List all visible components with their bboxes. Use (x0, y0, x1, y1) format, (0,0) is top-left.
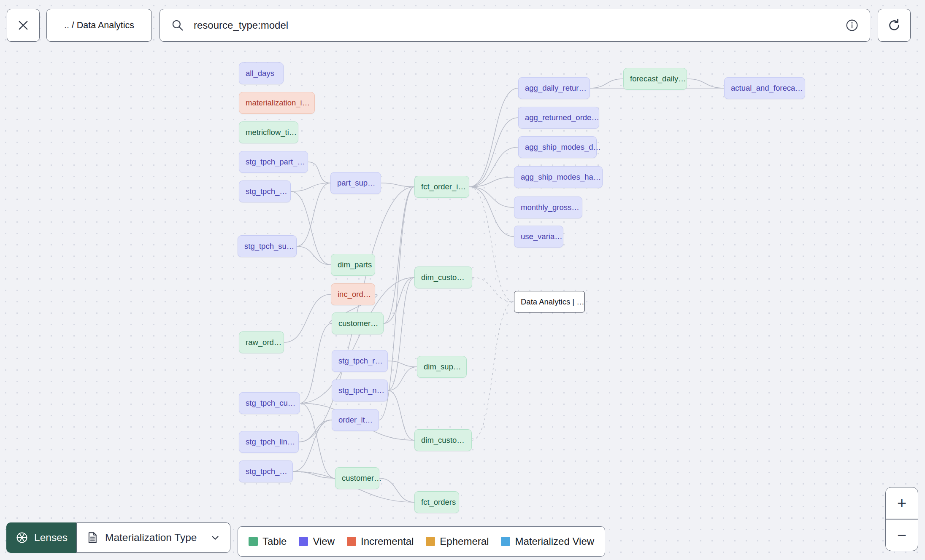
graph-node-agg_ship_modes_ha[interactable]: agg_ship_modes_ha… (514, 166, 603, 188)
breadcrumb[interactable]: .. / Data Analytics (46, 9, 152, 42)
node-label: part_sup… (337, 178, 376, 188)
node-label: agg_daily_retur… (525, 83, 587, 93)
node-label: dim_custo… (421, 436, 465, 445)
node-label: use_varia… (521, 232, 563, 241)
graph-node-all_days[interactable]: all_days (239, 62, 284, 84)
graph-node-agg_ship_modes_d[interactable]: agg_ship_modes_d… (518, 136, 597, 158)
node-label: customer… (338, 319, 379, 328)
legend-label: Ephemeral (440, 536, 489, 547)
node-label: stg_tpch_cu… (246, 398, 295, 408)
graph-node-metricflow_ti[interactable]: metricflow_ti… (239, 121, 298, 143)
node-label: forecast_daily… (630, 74, 686, 83)
graph-node-stg_tpch_r[interactable]: stg_tpch_r… (332, 350, 388, 372)
refresh-button[interactable] (878, 9, 911, 42)
node-label: fct_order_i… (421, 182, 466, 191)
graph-node-dim_custo_top[interactable]: dim_custo… (414, 267, 472, 288)
graph-node-customer_top[interactable]: customer… (332, 312, 384, 334)
graph-node-stg_tpch_cu[interactable]: stg_tpch_cu… (239, 392, 300, 414)
breadcrumb-label: .. / Data Analytics (64, 20, 134, 31)
legend-item-table: Table (249, 536, 287, 547)
aperture-icon (15, 531, 29, 544)
legend-label: View (313, 536, 335, 547)
node-label: agg_ship_modes_ha… (521, 172, 601, 182)
graph-node-dim_sup[interactable]: dim_sup… (417, 356, 467, 378)
graph-node-order_it[interactable]: order_it… (332, 409, 379, 431)
graph-node-stg_tpch_lin[interactable]: stg_tpch_lin… (239, 431, 299, 453)
legend-item-materialized-view: Materialized View (501, 536, 594, 547)
lenses-control: Lenses Materialization Type (6, 522, 230, 553)
graph-node-stg_tpch_ord[interactable]: stg_tpch_… (239, 460, 293, 482)
graph-node-agg_daily_retur[interactable]: agg_daily_retur… (518, 77, 590, 99)
node-label: dim_sup… (424, 362, 461, 372)
chevron-down-icon (210, 532, 221, 543)
graph-node-stg_tpch_parts[interactable]: stg_tpch_… (239, 180, 291, 202)
graph-node-fct_orders[interactable]: fct_orders (414, 491, 459, 513)
graph-node-exposure[interactable]: Data Analytics | … (514, 291, 585, 312)
node-label: order_it… (338, 415, 373, 425)
legend-item-incremental: Incremental (347, 536, 414, 547)
graph-node-inc_ord[interactable]: inc_ord… (331, 283, 375, 305)
graph-node-part_sup[interactable]: part_sup… (330, 172, 381, 194)
graph-nodes-layer: all_daysmaterialization_i…metricflow_ti…… (0, 0, 925, 560)
node-label: dim_parts (338, 260, 372, 269)
node-label: stg_tpch_su… (244, 242, 294, 251)
node-label: dim_custo… (421, 273, 465, 282)
legend-swatch (347, 537, 356, 546)
node-label: inc_ord… (338, 290, 371, 299)
graph-node-materialization_i[interactable]: materialization_i… (239, 92, 315, 114)
graph-node-stg_tpch_part[interactable]: stg_tpch_part_… (239, 151, 308, 173)
legend-swatch (249, 537, 258, 546)
legend-item-view: View (299, 536, 335, 547)
graph-node-use_varia[interactable]: use_varia… (514, 226, 563, 248)
legend-item-ephemeral: Ephemeral (426, 536, 489, 547)
graph-node-monthly_gross[interactable]: monthly_gross… (514, 197, 582, 218)
lenses-button[interactable]: Lenses (6, 522, 76, 553)
legend-label: Incremental (361, 536, 414, 547)
search-bar[interactable] (160, 9, 870, 42)
node-label: agg_returned_orde… (525, 113, 599, 122)
graph-node-actual_and_foreca[interactable]: actual_and_foreca… (724, 77, 805, 99)
lenses-label: Lenses (34, 532, 68, 544)
graph-node-fct_order_items[interactable]: fct_order_i… (414, 176, 469, 198)
legend-swatch (501, 537, 510, 546)
lens-selector[interactable]: Materialization Type (76, 522, 230, 553)
search-icon (171, 19, 184, 32)
search-input[interactable] (193, 19, 837, 32)
legend: TableViewIncrementalEphemeralMaterialize… (238, 526, 605, 557)
node-label: monthly_gross… (521, 203, 579, 212)
lens-selected-label: Materialization Type (105, 532, 197, 544)
document-icon (86, 531, 99, 544)
legend-swatch (426, 537, 435, 546)
node-label: stg_tpch_part_… (246, 157, 305, 167)
node-label: raw_ord… (246, 338, 281, 347)
node-label: stg_tpch_n… (338, 386, 384, 395)
legend-swatch (299, 537, 308, 546)
graph-node-customer_bottom[interactable]: customer… (335, 467, 379, 489)
close-icon (16, 18, 30, 32)
node-label: stg_tpch_r… (338, 356, 383, 366)
legend-label: Materialized View (515, 536, 594, 547)
graph-node-dim_parts[interactable]: dim_parts (331, 254, 375, 276)
node-label: stg_tpch_lin… (246, 437, 295, 447)
graph-node-raw_ord[interactable]: raw_ord… (239, 331, 284, 353)
graph-node-forecast_daily[interactable]: forecast_daily… (623, 68, 687, 90)
zoom-controls: + − (885, 487, 918, 551)
node-label: Data Analytics | … (521, 297, 584, 307)
node-label: metricflow_ti… (246, 128, 297, 137)
node-label: customer… (342, 474, 382, 483)
graph-node-stg_tpch_su[interactable]: stg_tpch_su… (238, 235, 297, 257)
info-icon[interactable] (845, 19, 859, 32)
graph-node-dim_custo_bottom[interactable]: dim_custo… (414, 429, 472, 451)
refresh-icon (887, 18, 902, 33)
node-label: materialization_i… (246, 98, 310, 108)
node-label: all_days (246, 69, 274, 78)
graph-node-agg_returned_orde[interactable]: agg_returned_orde… (518, 107, 599, 129)
node-label: fct_orders (421, 498, 456, 507)
node-label: stg_tpch_… (246, 467, 287, 476)
node-label: stg_tpch_… (246, 187, 287, 196)
zoom-out-button[interactable]: − (886, 520, 918, 551)
close-button[interactable] (7, 9, 40, 42)
legend-label: Table (262, 536, 287, 547)
graph-node-stg_tpch_n[interactable]: stg_tpch_n… (332, 380, 388, 401)
zoom-in-button[interactable]: + (886, 487, 918, 519)
